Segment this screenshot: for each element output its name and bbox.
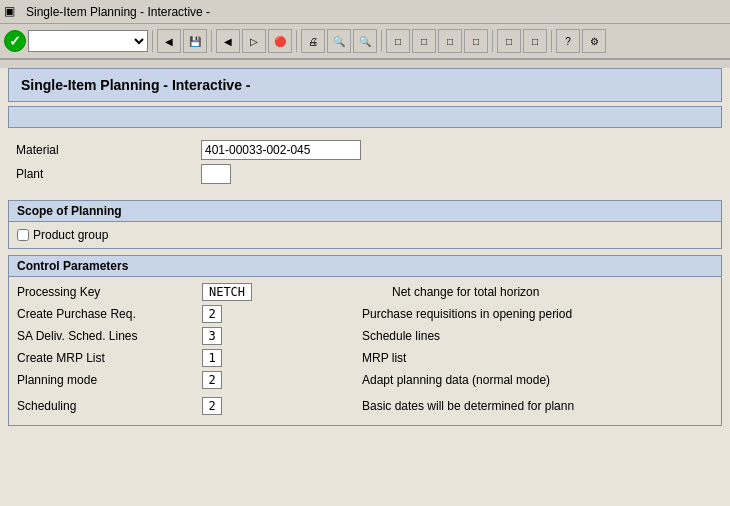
create-mrp-row: Create MRP List MRP list [17,349,713,367]
scheduling-input[interactable] [202,397,222,415]
planning-mode-row: Planning mode Adapt planning data (norma… [17,371,713,389]
scope-section: Scope of Planning Product group [8,200,722,249]
command-dropdown[interactable] [28,30,148,52]
create-mrp-label: Create MRP List [17,351,202,365]
separator-6 [551,30,552,52]
material-label: Material [16,143,201,157]
sa-deliv-desc: Schedule lines [362,329,440,343]
find-next-button[interactable]: 🔍 [353,29,377,53]
stop-button[interactable]: 🔴 [268,29,292,53]
plant-label: Plant [16,167,201,181]
create-purchase-desc: Purchase requisitions in opening period [362,307,572,321]
prev-button[interactable]: ◀ [216,29,240,53]
plant-row: Plant [16,164,714,184]
blue-spacer [8,106,722,128]
btn5[interactable]: □ [497,29,521,53]
create-mrp-desc: MRP list [362,351,406,365]
checkmark-icon: ✓ [9,33,21,49]
scope-title: Scope of Planning [9,201,721,222]
planning-mode-input[interactable] [202,371,222,389]
ok-button[interactable]: ✓ [4,30,26,52]
separator-5 [492,30,493,52]
scope-body: Product group [9,222,721,248]
scheduling-row: Scheduling Basic dates will be determine… [17,397,713,415]
btn3[interactable]: □ [438,29,462,53]
separator-1 [152,30,153,52]
control-title: Control Parameters [9,256,721,277]
page-title: Single-Item Planning - Interactive - [21,77,250,93]
scheduling-label: Scheduling [17,399,202,413]
separator-3 [296,30,297,52]
title-bar: ▣ Single-Item Planning - Interactive - [0,0,730,24]
page-header: Single-Item Planning - Interactive - [8,68,722,102]
create-purchase-row: Create Purchase Req. Purchase requisitio… [17,305,713,323]
material-row: Material [16,140,714,160]
separator-4 [381,30,382,52]
product-group-label: Product group [33,228,108,242]
planning-mode-desc: Adapt planning data (normal mode) [362,373,550,387]
find-button[interactable]: 🔍 [327,29,351,53]
form-section: Material Plant [8,134,722,194]
btn4[interactable]: □ [464,29,488,53]
title-bar-text: Single-Item Planning - Interactive - [26,5,210,19]
product-group-checkbox[interactable] [17,229,29,241]
print-button[interactable]: 🖨 [301,29,325,53]
next-button[interactable]: ▷ [242,29,266,53]
scheduling-desc: Basic dates will be determined for plann [362,399,574,413]
product-group-row: Product group [17,228,713,242]
btn1[interactable]: □ [386,29,410,53]
separator-2 [211,30,212,52]
sa-deliv-row: SA Deliv. Sched. Lines Schedule lines [17,327,713,345]
toolbar: ✓ ◀ 💾 ◀ ▷ 🔴 🖨 🔍 🔍 □ □ □ □ □ □ ? ⚙ [0,24,730,60]
create-purchase-input[interactable] [202,305,222,323]
sa-deliv-label: SA Deliv. Sched. Lines [17,329,202,343]
processing-key-row: Processing Key Net change for total hori… [17,283,713,301]
control-section: Control Parameters Processing Key Net ch… [8,255,722,426]
settings-button[interactable]: ⚙ [582,29,606,53]
create-purchase-label: Create Purchase Req. [17,307,202,321]
processing-key-input[interactable] [202,283,252,301]
plant-input[interactable] [201,164,231,184]
processing-key-label: Processing Key [17,285,202,299]
create-mrp-input[interactable] [202,349,222,367]
material-input[interactable] [201,140,361,160]
help-button[interactable]: ? [556,29,580,53]
btn6[interactable]: □ [523,29,547,53]
processing-key-desc: Net change for total horizon [392,285,539,299]
save-button[interactable]: 💾 [183,29,207,53]
sa-deliv-input[interactable] [202,327,222,345]
back-button[interactable]: ◀ [157,29,181,53]
control-body: Processing Key Net change for total hori… [9,277,721,425]
planning-mode-label: Planning mode [17,373,202,387]
main-content: Single-Item Planning - Interactive - Mat… [0,68,730,506]
app-icon: ▣ [4,4,20,20]
btn2[interactable]: □ [412,29,436,53]
